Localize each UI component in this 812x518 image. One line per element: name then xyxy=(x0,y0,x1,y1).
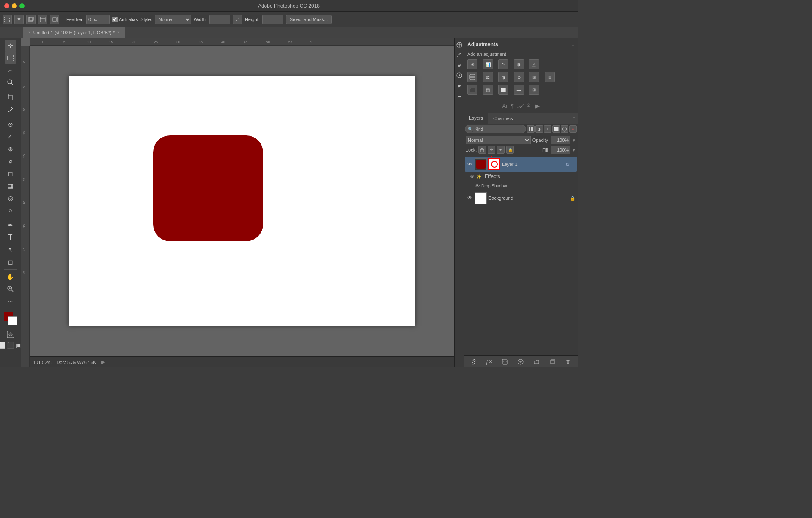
antialias-label[interactable]: Anti-alias xyxy=(112,17,138,22)
photofilter-adj[interactable]: ⊙ xyxy=(514,72,524,82)
zoom-tool[interactable] xyxy=(5,283,16,295)
path-select-tool[interactable]: ↖ xyxy=(5,244,16,256)
nav-arrow[interactable]: ▶ xyxy=(102,359,105,365)
close-button[interactable] xyxy=(4,3,9,8)
frame-icon[interactable] xyxy=(50,15,59,24)
background-visibility[interactable]: 👁 xyxy=(466,195,473,201)
marquee-rect-icon[interactable] xyxy=(3,15,12,24)
window-controls[interactable] xyxy=(4,3,25,8)
channels-tab[interactable]: Channels xyxy=(488,113,518,124)
panel-menu[interactable]: ≡ xyxy=(572,44,574,48)
brush-panel-icon[interactable] xyxy=(455,51,464,59)
dodge-tool[interactable]: ○ xyxy=(5,204,16,216)
channelmixer-adj[interactable]: ⊞ xyxy=(529,72,539,82)
style-select[interactable]: Normal Fixed Ratio Fixed Size xyxy=(155,15,191,24)
para-icon[interactable]: ¶ xyxy=(511,103,514,111)
char-icon[interactable]: Aı xyxy=(502,103,507,111)
glyph-icon[interactable]: 𝒜 xyxy=(517,103,522,111)
blur-tool[interactable]: ◎ xyxy=(5,192,16,204)
invert-adj[interactable]: ⬛ xyxy=(467,85,477,95)
bw-adj[interactable]: ◑ xyxy=(498,72,508,82)
exposure-adj[interactable]: ◑ xyxy=(514,59,524,69)
layers-menu[interactable]: ≡ xyxy=(570,113,578,124)
document-tab[interactable]: × Untitled-1 @ 102% (Layer 1, RGB/8#) * … xyxy=(23,27,125,38)
video-filter[interactable]: ● xyxy=(569,125,577,133)
maximize-button[interactable] xyxy=(19,3,25,8)
background-color[interactable] xyxy=(8,316,17,325)
pen-tool[interactable]: ✒ xyxy=(5,219,16,231)
adjustments-icon[interactable] xyxy=(455,41,464,49)
screen-mode-3[interactable]: ▣ xyxy=(15,342,22,349)
actions-icon[interactable]: ▶ xyxy=(455,81,464,90)
background-thumb[interactable] xyxy=(475,192,487,204)
effects-eye[interactable]: 👁 xyxy=(470,174,475,179)
tab-close-right[interactable]: × xyxy=(117,30,120,35)
delete-layer-btn[interactable] xyxy=(563,357,573,366)
lock-position[interactable]: ✛ xyxy=(488,146,495,154)
screen-mode-2[interactable]: ⬛ xyxy=(7,342,14,349)
pixel-filter[interactable] xyxy=(527,125,535,133)
height-input[interactable] xyxy=(262,15,283,24)
dropshadow-eye[interactable]: 👁 xyxy=(475,183,480,188)
levels-adj[interactable]: 📊 xyxy=(483,59,493,69)
shape-tool[interactable]: ◻ xyxy=(5,256,16,268)
spot-heal-tool[interactable]: ⊙ xyxy=(5,118,16,130)
layer1-fx[interactable]: fx xyxy=(566,162,569,167)
group-btn[interactable] xyxy=(532,357,541,366)
select-mask-button[interactable]: Select and Mask... xyxy=(286,15,332,24)
blend-mode-select[interactable]: Normal Multiply Screen xyxy=(466,136,531,144)
fill-arrow[interactable]: ▼ xyxy=(572,148,576,152)
background-item[interactable]: 👁 Background 🔒 xyxy=(465,190,577,206)
smart-filter[interactable] xyxy=(561,125,568,133)
layer1-item[interactable]: 👁 Layer 1 fx xyxy=(465,157,577,172)
hsl-adj[interactable] xyxy=(467,72,477,82)
layer-effects-btn[interactable]: ƒ✕ xyxy=(485,357,494,366)
posterize-adj[interactable]: ▤ xyxy=(483,85,493,95)
width-input[interactable] xyxy=(209,15,230,24)
opacity-input[interactable] xyxy=(551,136,570,144)
adjustment-btn[interactable] xyxy=(516,357,525,366)
feather-input[interactable] xyxy=(86,15,110,24)
eraser-tool[interactable]: ◻ xyxy=(5,168,16,179)
drop-shadow-row[interactable]: 👁 Drop Shadow xyxy=(470,181,577,190)
clone-source-icon[interactable]: ⊕ xyxy=(455,61,464,69)
more-tools[interactable]: ··· xyxy=(5,295,16,307)
brightness-adj[interactable]: ☀ xyxy=(467,59,477,69)
colorlookup-adj[interactable]: ⊟ xyxy=(545,72,555,82)
selcolor-adj[interactable]: ⊞ xyxy=(529,85,539,95)
puppet-icon[interactable] xyxy=(525,103,532,111)
fill-input[interactable] xyxy=(551,146,570,154)
new-layer-icon[interactable] xyxy=(26,15,36,24)
new-layer-btn[interactable] xyxy=(548,357,557,366)
threshold-adj[interactable]: ⬜ xyxy=(498,85,508,95)
marquee-options-icon[interactable]: ▼ xyxy=(14,15,24,24)
layer1-thumb[interactable] xyxy=(475,158,487,170)
gradient-tool[interactable]: ▦ xyxy=(5,180,16,192)
selection-tool[interactable] xyxy=(5,52,16,64)
gradmap-adj[interactable]: ▬ xyxy=(514,85,524,95)
history-icon[interactable] xyxy=(455,71,464,80)
cloud-icon[interactable]: ☁ xyxy=(455,91,464,100)
swap-icon[interactable]: ⇌ xyxy=(233,15,242,24)
layers-search-box[interactable]: 🔍 xyxy=(465,125,526,133)
link-layers-btn[interactable] xyxy=(469,357,478,366)
color-boxes[interactable] xyxy=(4,312,17,325)
quick-mask-icon[interactable] xyxy=(5,328,16,340)
shape-filter[interactable]: ⬜ xyxy=(552,125,560,133)
layers-tab[interactable]: Layers xyxy=(464,113,488,124)
opacity-arrow[interactable]: ▼ xyxy=(572,138,576,143)
layer1-mask[interactable] xyxy=(488,158,500,170)
history-brush-tool[interactable]: ⌀ xyxy=(5,155,16,167)
eyedropper-tool[interactable] xyxy=(5,104,16,116)
layer1-visibility[interactable]: 👁 xyxy=(466,161,473,167)
play-icon[interactable]: ▶ xyxy=(535,103,540,111)
lasso-tool[interactable]: ⌓ xyxy=(5,64,16,76)
tab-close[interactable]: × xyxy=(28,30,31,35)
layers-search-input[interactable] xyxy=(475,127,500,132)
lock-pixels[interactable] xyxy=(478,146,486,154)
lock-all[interactable]: 🔒 xyxy=(506,146,514,154)
colorbalance-adj[interactable]: ⚖ xyxy=(483,72,493,82)
clone-tool[interactable]: ⊕ xyxy=(5,143,16,155)
brush-tool[interactable] xyxy=(5,131,16,143)
adj-filter[interactable]: ◑ xyxy=(535,125,543,133)
